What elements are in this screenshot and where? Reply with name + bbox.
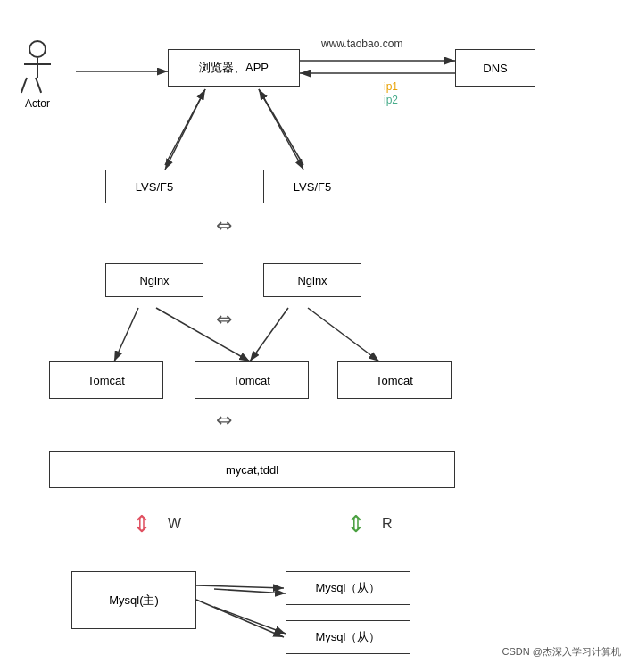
actor-leg-right bbox=[35, 78, 42, 94]
mysql-master-label: Mysql(主) bbox=[109, 593, 159, 609]
svg-line-13 bbox=[308, 308, 379, 361]
tomcat2-box: Tomcat bbox=[195, 361, 309, 399]
tomcat3-box: Tomcat bbox=[337, 361, 452, 399]
mycat-label: mycat,tddl bbox=[226, 463, 278, 477]
tomcat1-label: Tomcat bbox=[87, 374, 125, 387]
dns-box: DNS bbox=[455, 49, 535, 87]
lvs1-label: LVS/F5 bbox=[136, 180, 173, 194]
browser-box: 浏览器、APP bbox=[168, 49, 300, 87]
svg-line-11 bbox=[156, 308, 250, 361]
diagram: Actor 浏览器、APP DNS www.taobao.com ip1 ip2… bbox=[0, 0, 630, 672]
tomcat3-label: Tomcat bbox=[376, 374, 413, 387]
w-arrow: ⇕ bbox=[132, 510, 152, 538]
url-label: www.taobao.com bbox=[321, 37, 402, 50]
exchange-arrow-3: ⇔ bbox=[216, 409, 232, 432]
svg-line-18 bbox=[196, 600, 284, 637]
actor-arms bbox=[24, 63, 51, 65]
svg-line-17 bbox=[196, 585, 284, 588]
nginx1-box: Nginx bbox=[105, 263, 203, 297]
ip1-label: ip1 bbox=[384, 80, 398, 93]
mysql-slave2-box: Mysql（从） bbox=[286, 620, 410, 654]
mysql-slave2-label: Mysql（从） bbox=[316, 629, 381, 645]
nginx2-label: Nginx bbox=[297, 274, 327, 287]
browser-label: 浏览器、APP bbox=[199, 60, 269, 76]
csdn-label: CSDN @杰深入学习计算机 bbox=[502, 645, 621, 659]
svg-line-6 bbox=[165, 89, 205, 170]
exchange-arrow-2: ⇔ bbox=[216, 308, 232, 331]
svg-line-7 bbox=[259, 89, 303, 170]
tomcat2-label: Tomcat bbox=[233, 374, 270, 387]
nginx2-box: Nginx bbox=[263, 263, 361, 297]
actor-label: Actor bbox=[25, 97, 50, 110]
svg-line-12 bbox=[250, 308, 288, 361]
svg-line-15 bbox=[214, 607, 286, 634]
actor-body bbox=[37, 58, 38, 78]
lvs2-label: LVS/F5 bbox=[294, 180, 331, 194]
svg-line-9 bbox=[259, 89, 303, 165]
actor-leg-left bbox=[21, 78, 28, 94]
actor: Actor bbox=[25, 40, 50, 110]
lvs2-box: LVS/F5 bbox=[263, 170, 361, 203]
nginx1-label: Nginx bbox=[139, 274, 169, 287]
svg-line-14 bbox=[214, 589, 286, 593]
dns-label: DNS bbox=[483, 62, 507, 75]
mysql-slave1-label: Mysql（从） bbox=[316, 580, 381, 596]
mysql-master-box: Mysql(主) bbox=[71, 571, 196, 629]
mycat-box: mycat,tddl bbox=[49, 451, 455, 488]
r-arrow: ⇕ bbox=[346, 510, 366, 538]
mysql-slave1-box: Mysql（从） bbox=[286, 571, 410, 605]
svg-line-10 bbox=[114, 308, 138, 361]
r-label: R bbox=[382, 516, 393, 532]
exchange-arrow-1: ⇔ bbox=[216, 214, 232, 237]
actor-head bbox=[29, 40, 46, 58]
lvs1-box: LVS/F5 bbox=[105, 170, 203, 203]
tomcat1-box: Tomcat bbox=[49, 361, 163, 399]
ip2-label: ip2 bbox=[384, 94, 398, 106]
actor-legs bbox=[31, 78, 44, 94]
svg-line-8 bbox=[165, 89, 205, 165]
w-label: W bbox=[168, 516, 181, 532]
